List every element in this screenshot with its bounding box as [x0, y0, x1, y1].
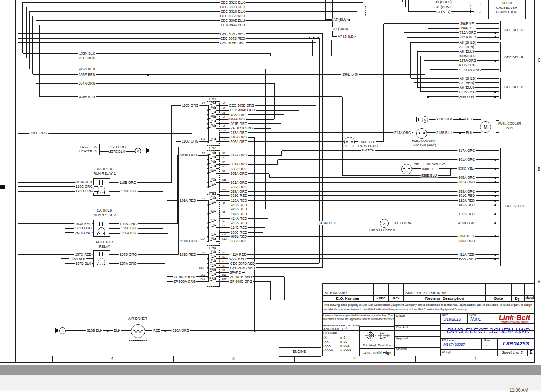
wire-segment: [265, 69, 265, 209]
text-label: 110C ORG: [179, 239, 198, 243]
text-label: J10: [211, 155, 215, 158]
fuse-terminal-dot: [215, 260, 216, 262]
text-label: C11: [222, 233, 227, 236]
relay-terminal-dot: [97, 233, 98, 235]
text-label: A9: [222, 125, 225, 127]
text-label: B: [94, 150, 96, 153]
text-label: B1: [222, 152, 225, 154]
wire-segment: [216, 159, 219, 160]
text-label: Third Angle Projection: [363, 344, 391, 347]
switch-icon: [416, 128, 427, 139]
title-block-legal-text: This drawing is the property of Link-Bel…: [324, 303, 534, 312]
heater-icon: [131, 324, 145, 338]
wire-segment: [450, 169, 450, 176]
wire-junction-dot: [494, 222, 496, 224]
wire-segment: [322, 34, 323, 268]
text-label: X10: [211, 250, 215, 252]
text-label: 120A RED: [230, 199, 248, 203]
wire-segment: [216, 128, 219, 128]
wire-segment: [33, 16, 354, 16]
text-label: ZF 901B RED: [229, 275, 253, 279]
wire-segment: [511, 283, 511, 302]
wire-segment: [403, 283, 403, 302]
text-label: 133N BLK: [78, 52, 96, 56]
wire-segment: [216, 173, 219, 173]
wire-segment: [109, 233, 168, 233]
text-label: B2: [202, 152, 205, 154]
text-label: D5: [222, 260, 225, 263]
text-label: FUEL COOLER: [411, 139, 436, 143]
text-label: -: [486, 344, 487, 347]
text-label: SPARE: [229, 271, 242, 274]
text-label: 110C ORG: [181, 140, 199, 143]
wire-segment: [373, 283, 374, 302]
text-label: B11: [222, 179, 226, 181]
wire-segment: [294, 356, 295, 362]
wire-segment: [270, 53, 271, 56]
text-label: BB15: [210, 268, 216, 270]
text-label: 213A ORG: [229, 131, 248, 135]
wire-segment: [219, 254, 499, 254]
text-label: E: [530, 350, 532, 354]
wire-segment: [173, 356, 174, 362]
wire-junction-dot: [494, 258, 496, 260]
fuse-terminal-dot: [215, 225, 216, 226]
wire-segment: [216, 227, 219, 228]
text-label: H10: [210, 151, 215, 153]
wire-segment: [219, 214, 499, 214]
fuse-terminal-dot: [207, 163, 209, 165]
fuse-terminal-dot: [207, 258, 209, 260]
text-label: CEC 307B RED: [229, 262, 256, 265]
wire-segment: [216, 241, 219, 241]
wire-segment: [281, 151, 282, 155]
wire-segment: [219, 123, 281, 124]
text-label: 424A RED: [459, 36, 477, 39]
text-label: Y15: [211, 254, 215, 257]
text-label: .XXXX: [323, 348, 333, 352]
text-label: 617A ORG: [457, 149, 476, 153]
text-label: A8 (BRN): [459, 45, 475, 49]
wire-segment: [417, 51, 417, 87]
ground-icon: [56, 329, 58, 332]
wire-segment: [402, 0, 402, 2]
fuse-terminal-dot: [215, 156, 216, 158]
text-label: L8R0425S: [503, 341, 530, 347]
text-label: BLK: [113, 329, 121, 332]
text-label: D2: [202, 251, 205, 254]
twisted-pair-icon: [307, 36, 320, 40]
motor-icon: M: [480, 121, 491, 133]
text-label: U20: [210, 223, 215, 226]
text-label: 109A RED: [179, 199, 197, 203]
wire-segment: [467, 314, 468, 323]
text-label: C1: [222, 197, 225, 200]
fuse-terminal-dot: [207, 186, 209, 188]
wire-segment: [383, 24, 384, 142]
text-label: REFERENCE ASME Y14.5 - 2009: [323, 324, 360, 327]
text-label: D7: [222, 265, 225, 267]
text-label: 257A ORG: [74, 231, 92, 235]
text-label: Checked: [396, 326, 408, 329]
wire-segment: [325, 0, 326, 20]
relay-contact-icon: [99, 222, 100, 226]
text-label: R15: [210, 200, 215, 203]
twisted-pair-icon: [363, 3, 368, 17]
text-label: SEE SHT 2: [504, 85, 523, 89]
text-label: 301A ORG: [457, 158, 476, 162]
text-label: D13: [222, 278, 226, 281]
text-label: T10: [211, 218, 215, 221]
text-label: 396D YEL: [459, 95, 476, 99]
text-label: 622G RED: [228, 257, 246, 261]
wire-segment: [219, 182, 499, 182]
text-label: 408A ORG: [229, 113, 248, 117]
wire-segment: [270, 281, 270, 300]
text-label: ZF 314B ORG: [458, 68, 481, 72]
wire-segment: [26, 7, 360, 7]
text-label: SIMILAR TO L8R0415E: [405, 291, 447, 295]
text-label: .XX: [323, 340, 329, 343]
text-label: Drawn: [396, 314, 405, 318]
wire-junction-dot: [254, 330, 256, 332]
fuse-terminal-dot: [207, 254, 209, 255]
text-label: M167402067: [443, 343, 465, 347]
text-label: CEC 406B ORG: [229, 109, 256, 112]
text-label: 301A ORG: [229, 163, 248, 166]
